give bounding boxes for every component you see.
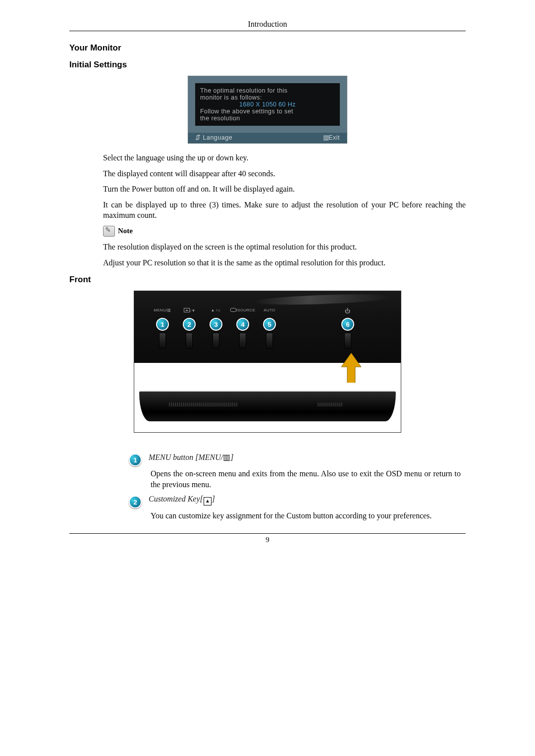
desc-title-customized-key: Customized Key[▴] [149, 495, 215, 508]
up-down-arrow-icon: ⇵ [195, 134, 201, 141]
osd-line-2: monitor is as follows: [200, 94, 335, 101]
badge-2: 2 [183, 318, 196, 331]
osd-language-option: ⇵Language [195, 134, 232, 141]
badge-3: 3 [210, 318, 222, 331]
physical-button [239, 333, 246, 349]
physical-button [344, 333, 351, 349]
svg-text:/▼: /▼ [190, 308, 195, 312]
menu-bars-icon: ▥ [223, 453, 230, 461]
physical-button [213, 333, 219, 349]
paragraph: Select the language using the up or down… [103, 152, 466, 163]
badge-5: 5 [263, 318, 276, 331]
front-panel-diagram: MENU/▥ /▼ ▲ /☼ /SOURCE AUTO ⏻ 1 [134, 291, 401, 433]
label-power: ⏻ [334, 308, 361, 314]
badge-2: 2 [129, 496, 142, 508]
label-up-brightness: ▲ /☼ [203, 308, 229, 314]
desc-title-menu: MENU button [MENU/▥] [149, 453, 233, 466]
page-header-title: Introduction [69, 20, 466, 29]
paragraph: Turn the Power button off and on. It wil… [103, 184, 466, 195]
header-rule [69, 31, 466, 31]
desc-body-menu: Opens the on-screen menu and exits from … [151, 468, 461, 490]
badge-4: 4 [236, 318, 249, 331]
osd-line-4: the resolution [200, 115, 335, 122]
front-labels-row: MENU/▥ /▼ ▲ /☼ /SOURCE AUTO ⏻ [134, 308, 401, 314]
paragraph: The displayed content will disappear aft… [103, 168, 466, 179]
svg-rect-3 [230, 308, 236, 312]
custom-key-icon: ▴ [204, 497, 212, 505]
menu-bars-icon: ▥ [323, 134, 328, 141]
note-icon [103, 226, 115, 237]
physical-button [266, 333, 273, 349]
paragraph: It can be displayed up to three (3) time… [103, 200, 466, 221]
label-auto: AUTO [256, 308, 283, 314]
brightness-icon: ☼ [217, 308, 221, 312]
page-number: 9 [69, 536, 466, 544]
osd-exit-label: Exit [328, 134, 340, 141]
footer-rule [69, 533, 466, 534]
osd-resolution: 1680 X 1050 60 Hz [200, 101, 335, 108]
label-custom-down: /▼ [176, 308, 203, 314]
heading-initial-settings: Initial Settings [69, 60, 466, 70]
enter-icon [230, 308, 236, 312]
up-triangle-icon: ▲ [211, 308, 215, 312]
heading-front: Front [69, 275, 466, 285]
label-menu: MENU/▥ [149, 308, 176, 314]
label-enter-source: /SOURCE [229, 308, 256, 314]
osd-line-3: Follow the above settings to set [200, 108, 335, 115]
physical-button [159, 333, 166, 349]
vent-grille [169, 403, 238, 406]
front-buttons-row [134, 333, 401, 351]
vent-grille [318, 403, 342, 406]
osd-dialog: The optimal resolution for this monitor … [188, 76, 347, 144]
badge-6: 6 [341, 318, 354, 331]
paragraph: Adjust your PC resolution so that it is … [103, 257, 466, 268]
menu-bars-icon: ▥ [167, 308, 171, 312]
badge-1: 1 [129, 454, 142, 466]
heading-your-monitor: Your Monitor [69, 43, 466, 53]
power-icon: ⏻ [345, 308, 350, 314]
svg-marker-1 [185, 309, 188, 311]
note-label: Note [118, 227, 133, 235]
physical-button [186, 333, 193, 349]
osd-line-1: The optimal resolution for this [200, 87, 335, 94]
paragraph: The resolution displayed on the screen i… [103, 242, 466, 252]
badge-1: 1 [156, 318, 169, 331]
osd-exit-option: ▥ Exit [323, 134, 340, 141]
front-badges-row: 1 2 3 4 5 6 [134, 318, 401, 331]
custom-key-down-icon: /▼ [184, 308, 195, 312]
desc-body-customized-key: You can customize key assignment for the… [151, 510, 461, 521]
osd-language-label: Language [203, 134, 233, 141]
